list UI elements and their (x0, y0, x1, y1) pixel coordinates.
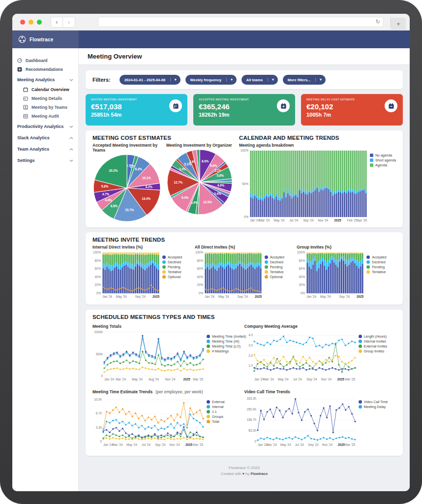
close-window-button[interactable] (20, 20, 25, 25)
dashboard-icon (17, 58, 22, 63)
svg-text:5.6%: 5.6% (210, 164, 217, 167)
svg-text:10.0h: 10.0h (94, 398, 102, 401)
refresh-icon[interactable]: ↻ (376, 19, 380, 25)
cost-and-trends-card: MEETING COST ESTIMATES Accepted Meeting … (86, 130, 403, 227)
svg-text:2025: 2025 (337, 378, 344, 381)
back-button[interactable]: ‹ (51, 17, 63, 28)
new-tab-button[interactable]: + (391, 18, 406, 31)
svg-text:5.8%: 5.8% (101, 185, 109, 188)
sidebar-section-settings[interactable]: Settings (12, 155, 78, 166)
stat-label: INVITED MEETING INVESTMENT (91, 98, 182, 101)
stat-hours: 25851h 54m (91, 112, 182, 118)
frequency-dropdown[interactable]: Weekly frequency ▾ (185, 75, 237, 85)
sidebar-section-label: Slack Analytics (17, 135, 66, 140)
sidebar-item-label: Meeting Audit (31, 114, 73, 119)
svg-text:6.3%: 6.3% (135, 167, 143, 171)
svg-text:0: 0 (100, 440, 102, 443)
chevron-down-icon: ▾ (170, 78, 181, 82)
legend-item: Declined (162, 260, 182, 264)
svg-text:1000h: 1000h (94, 330, 103, 334)
stat-value: €20,102 (306, 102, 397, 111)
svg-text:Apr '25: Apr '25 (357, 219, 367, 222)
svg-text:40%: 40% (197, 275, 203, 279)
sidebar-item-calendar-overview[interactable]: Calendar Overview (12, 85, 78, 94)
more-filters-value: More filters... (283, 78, 316, 82)
footer-brand-link[interactable]: Flowtrace (250, 472, 268, 476)
svg-text:2025: 2025 (255, 295, 262, 298)
company-average-chart: 1.02.03.04.0Jan '24Mar '24May '24Jul '24… (244, 330, 357, 383)
chart-subtitle-note: (per employee, per week) (155, 389, 203, 394)
legend-item: Pending (162, 265, 182, 269)
minimize-window-button[interactable] (29, 20, 33, 25)
sidebar-section-team-analytics[interactable]: Team Analytics (12, 143, 78, 155)
legend-item: Pending (265, 265, 284, 269)
svg-text:Jul '24: Jul '24 (289, 219, 299, 222)
svg-text:8.0%: 8.0% (202, 159, 209, 163)
svg-text:100%: 100% (93, 251, 101, 254)
svg-text:12.9%: 12.9% (203, 200, 212, 204)
svg-text:May '24: May '24 (132, 378, 143, 381)
legend-item: Tentative (366, 270, 386, 274)
forward-button[interactable]: › (63, 17, 75, 28)
svg-text:250.0h: 250.0h (246, 408, 256, 411)
svg-text:0%: 0% (199, 291, 204, 295)
svg-text:4.0%: 4.0% (217, 184, 225, 187)
video-call-chart: 083.3h166.7h250.0h333.3hJan '24Mar '24Ma… (244, 395, 357, 449)
chart-subtitle: Internal Direct Invites (%) (92, 245, 192, 250)
legend-item: No agenda (370, 154, 396, 157)
svg-text:Jan '24: Jan '24 (250, 219, 260, 222)
svg-text:9.4%: 9.4% (181, 196, 189, 199)
legend-item: Tentative (162, 270, 182, 274)
sidebar-section-productivity-analytics[interactable]: Productivity Analytics (12, 121, 78, 132)
teams-dropdown[interactable]: All teams ▾ (241, 75, 278, 85)
svg-text:20%: 20% (94, 283, 101, 286)
svg-text:May '24: May '24 (320, 295, 331, 299)
recommendations-icon (17, 67, 22, 72)
invite-trends-card: MEETING INVITE TRENDS Internal Direct In… (86, 232, 403, 305)
sidebar-item-dashboard[interactable]: Dashboard (12, 56, 78, 65)
sidebar-item-meeting-audit[interactable]: Meeting Audit (12, 112, 78, 121)
svg-text:Nov '24: Nov '24 (165, 378, 176, 381)
svg-text:0: 0 (254, 440, 256, 443)
svg-text:0%: 0% (301, 291, 305, 295)
brand-area[interactable]: Flowtrace (12, 31, 79, 48)
sidebar-item-meeting-details[interactable]: Meeting Details (12, 94, 78, 103)
calendar-minus-icon (385, 99, 397, 112)
date-range-dropdown[interactable]: 2024-01-01 - 2025-04-06 ▾ (120, 75, 181, 85)
legend-item: Meeting Delay (359, 405, 388, 409)
sidebar-section-meeting-analytics[interactable]: Meeting Analytics (12, 74, 78, 85)
legend-item: Groups (207, 415, 225, 418)
legend-item: Group Invites (359, 349, 388, 353)
svg-text:Sep '24: Sep '24 (339, 295, 350, 299)
brand-name: Flowtrace (30, 37, 53, 42)
chevron-up-icon (69, 148, 73, 151)
sidebar-item-label: Calendar Overview (31, 87, 73, 92)
url-bar[interactable]: ↻ (98, 17, 384, 27)
maximize-window-button[interactable] (37, 20, 42, 25)
svg-text:5.8%: 5.8% (217, 174, 224, 177)
main-content: Meeting Overview Filters: 2024-01-01 - 2… (79, 48, 410, 491)
sidebar-item-recommendations[interactable]: Recommendations (12, 65, 78, 74)
svg-text:Mar '25: Mar '25 (345, 443, 355, 446)
sidebar-item-meeting-by-teams[interactable]: Meeting by Teams (12, 103, 78, 112)
legend-item: Accepted (265, 255, 284, 259)
svg-text:166.7h: 166.7h (246, 418, 256, 421)
svg-text:Jan '24: Jan '24 (306, 295, 317, 298)
svg-text:6.7h: 6.7h (96, 411, 102, 415)
sidebar-section-slack-analytics[interactable]: Slack Analytics (12, 132, 78, 143)
legend-item: Pending (366, 265, 386, 269)
scheduled-meetings-card: SCHEDULED MEETINGS TYPES AND TIMES Meeti… (86, 310, 403, 456)
audit-list-icon (23, 114, 28, 119)
group-invites-chart: 0%20%40%60%80%100%Jan '24May '24Sep '242… (297, 251, 364, 301)
frequency-value: Weekly frequency (185, 78, 227, 82)
header-bar (79, 31, 410, 48)
legend-item: # Meetings (207, 349, 246, 353)
more-filters-dropdown[interactable]: More filters... ▾ (283, 75, 326, 85)
legend-item: Meeting Time (LO) (207, 345, 246, 348)
chevron-down-icon: ▾ (226, 78, 237, 82)
svg-text:6.8%: 6.8% (111, 204, 118, 208)
svg-text:15.7%: 15.7% (125, 208, 134, 212)
date-range-value: 2024-01-01 - 2025-04-06 (120, 78, 170, 82)
legend-item: Length (Hours) (359, 335, 388, 338)
svg-text:Nov '24: Nov '24 (321, 378, 332, 381)
